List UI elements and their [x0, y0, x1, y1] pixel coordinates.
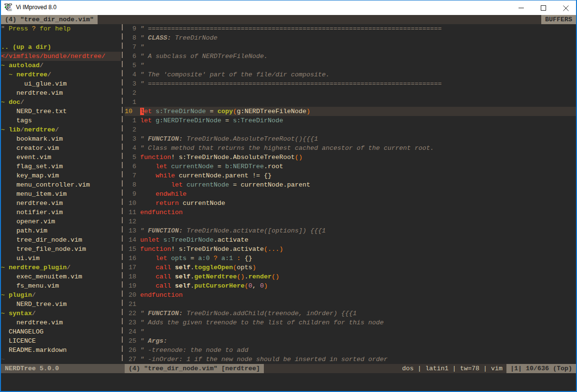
svg-text:im: im	[8, 7, 12, 11]
